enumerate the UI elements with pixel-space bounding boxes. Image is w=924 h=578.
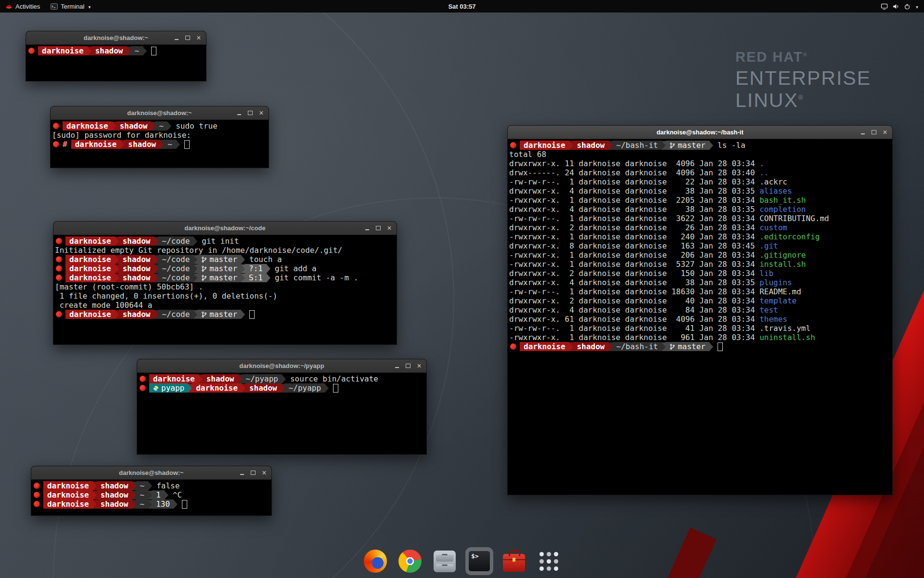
terminal-screen[interactable]: darknoiseshadow~: [26, 45, 206, 81]
minimize-button[interactable]: [392, 361, 402, 371]
chevron-down-icon: [87, 3, 90, 10]
prompt-path-segment: ~/code: [158, 255, 194, 264]
dock-chrome[interactable]: [396, 547, 424, 575]
window-controls: [392, 359, 424, 372]
window-titlebar[interactable]: darknoise@shadow:~: [31, 466, 271, 480]
minimize-button[interactable]: [172, 33, 181, 43]
maximize-button[interactable]: [248, 468, 258, 478]
redhat-icon: [56, 265, 62, 272]
maximize-button[interactable]: [373, 223, 383, 233]
terminal-line: drwx------. 24 darknoise darknoise 4096 …: [509, 168, 891, 177]
terminal-line: 1 file changed, 0 insertions(+), 0 delet…: [55, 291, 396, 301]
terminal-line: -rw-rw-r--. 1 darknoise darknoise 18630 …: [509, 287, 891, 296]
maximize-button[interactable]: [403, 361, 413, 371]
prompt-host-segment: shadow: [573, 141, 609, 150]
close-button[interactable]: [257, 108, 266, 118]
powerline-separator: [174, 500, 178, 509]
output-text: uninstall.sh: [759, 333, 815, 342]
git-branch-icon: [201, 311, 207, 318]
powerline-separator: [241, 255, 245, 264]
powerline-separator: [282, 375, 286, 383]
output-text: drwxrwxr-x. 4 darknoise darknoise 84 Jan…: [509, 305, 759, 315]
dock-firefox[interactable]: [361, 547, 389, 575]
prompt-host-segment: shadow: [119, 264, 154, 273]
terminal-screen[interactable]: darknoiseshadow~sudo true[sudo] password…: [51, 120, 269, 168]
prompt-stat-segment: ?:1: [245, 264, 267, 273]
powerline-separator: [242, 384, 245, 393]
prompt-git-segment: master: [197, 273, 241, 282]
prompt-git-segment: master: [666, 141, 709, 150]
maximize-button[interactable]: [245, 108, 255, 118]
close-button[interactable]: [259, 468, 269, 478]
prompt-exit-segment: 130: [152, 499, 174, 509]
prompt-exit-segment: 1: [152, 490, 165, 499]
window-titlebar[interactable]: darknoise@shadow:~/pyapp: [137, 359, 426, 373]
window-title: darknoise@shadow:~/pyapp: [239, 362, 324, 369]
maximize-button[interactable]: [869, 128, 879, 137]
command-text: source bin/activate: [290, 374, 378, 383]
window-titlebar[interactable]: darknoise@shadow:~: [51, 106, 269, 120]
terminal-screen[interactable]: darknoiseshadow~/pyappsource bin/activat…: [137, 373, 426, 454]
powerline-separator: [709, 342, 713, 351]
terminal-window: darknoise@shadow:~/pyappdarknoiseshadow~…: [137, 359, 427, 455]
close-button[interactable]: [414, 361, 424, 371]
dock-terminal[interactable]: [465, 547, 493, 575]
minimize-button[interactable]: [362, 223, 372, 233]
prompt-host-segment: shadow: [119, 310, 154, 319]
dock-files[interactable]: [431, 547, 459, 575]
prompt-user-segment: darknoise: [43, 499, 93, 509]
command-text: false: [156, 481, 180, 490]
powerline-separator: [167, 122, 171, 131]
text-cursor: [184, 140, 190, 149]
output-text: drwxrwxr-x. 8 darknoise darknoise 163 Ja…: [509, 241, 759, 250]
powerline-separator: [127, 47, 131, 55]
terminal-line: -rwxrwxr-x. 1 darknoise darknoise 240 Ja…: [509, 232, 891, 241]
output-text: -rw-rw-r--. 1 darknoise darknoise 41 Jan…: [509, 324, 810, 333]
system-tray[interactable]: [877, 0, 922, 13]
window-titlebar[interactable]: darknoise@shadow:~/bash-it: [508, 126, 892, 139]
app-menu-terminal[interactable]: Terminal: [45, 0, 96, 13]
terminal-line: drwxrwxr-x. 4 darknoise darknoise 38 Jan…: [509, 278, 891, 287]
terminal-screen[interactable]: darknoiseshadow~/codegit initInitialized…: [53, 235, 397, 344]
terminal-screen[interactable]: darknoiseshadow~falsedarknoiseshadow~1^C…: [31, 480, 271, 515]
prompt-host-segment: shadow: [124, 140, 160, 149]
minimize-button[interactable]: [237, 468, 247, 478]
terminal-line: darknoiseshadow~/codemaster: [55, 310, 396, 319]
terminal-window: darknoise@shadow:~darknoiseshadow~sudo t…: [50, 106, 269, 168]
prompt-host-segment: shadow: [97, 490, 132, 499]
powerline-separator: [238, 375, 242, 383]
powerline-separator: [154, 255, 158, 264]
window-titlebar[interactable]: darknoise@shadow:~/code: [53, 222, 397, 235]
prompt-user-segment: darknoise: [65, 236, 115, 246]
minimize-button[interactable]: [858, 128, 868, 137]
output-text: ..: [759, 168, 769, 177]
window-titlebar[interactable]: darknoise@shadow:~: [26, 31, 206, 45]
terminal-line: drwxrwxr-x. 4 darknoise darknoise 84 Jan…: [509, 305, 891, 315]
prompt-host-segment: shadow: [573, 342, 609, 351]
git-branch-icon: [669, 142, 675, 149]
maximize-button[interactable]: [183, 33, 192, 43]
redhat-icon: [140, 385, 146, 391]
output-text: .: [759, 159, 764, 168]
close-button[interactable]: [880, 128, 890, 137]
clock[interactable]: Sat 03:57: [448, 3, 475, 10]
close-button[interactable]: [385, 223, 394, 233]
powerline-separator: [267, 264, 270, 273]
terminal-line: darknoiseshadow~: [27, 46, 205, 55]
terminal-line: total 68: [509, 150, 891, 159]
close-button[interactable]: [194, 33, 204, 43]
dock-appgrid[interactable]: [535, 547, 563, 575]
prompt-path-segment: ~/code: [158, 310, 194, 319]
terminal-window: darknoise@shadow:~/codedarknoiseshadow~/…: [53, 221, 397, 345]
activities-button[interactable]: Activities: [0, 0, 45, 13]
terminal-window: darknoise@shadow:~darknoiseshadow~: [26, 31, 206, 81]
terminal-screen[interactable]: darknoiseshadow~/bash-itmasterls -latota…: [508, 139, 892, 495]
dock-toolbox[interactable]: [500, 547, 528, 575]
root-indicator: #: [63, 140, 67, 149]
prompt-path-segment: ~/code: [158, 264, 194, 273]
redhat-icon: [56, 256, 62, 263]
minimize-button[interactable]: [234, 108, 244, 118]
output-text: themes: [759, 315, 787, 324]
output-text: custom: [759, 223, 787, 232]
git-branch-icon: [201, 265, 207, 272]
